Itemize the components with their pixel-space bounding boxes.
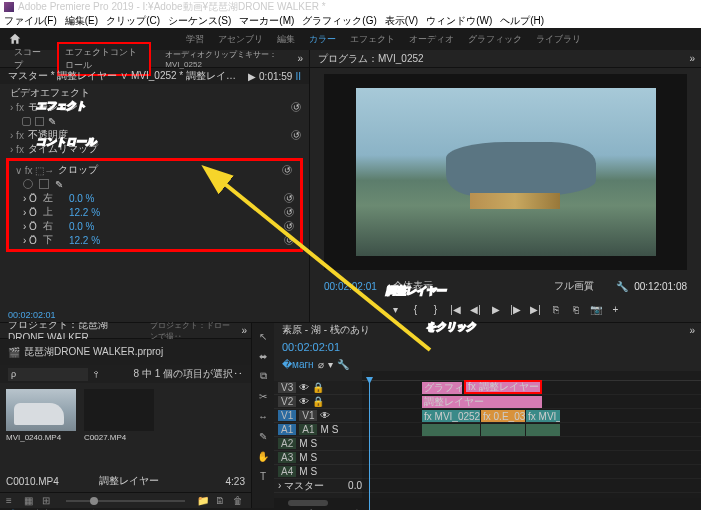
bin-item-name[interactable]: 調整レイヤー [99,474,159,488]
program-tc-in[interactable]: 00:02:02:01 [324,281,377,292]
ws-graphics[interactable]: グラフィック [468,33,522,46]
pen-mask-icon[interactable]: ✎ [55,179,63,190]
clip-audio[interactable] [481,424,525,436]
ws-audio[interactable]: オーディオ [409,33,454,46]
menu-clip[interactable]: クリップ(C) [106,14,160,28]
razor-tool-icon[interactable]: ✂ [256,389,270,403]
ws-color[interactable]: カラー [309,33,336,46]
list-view-icon[interactable]: ≡ [6,495,18,507]
clip-audio[interactable] [526,424,560,436]
track-header-a3[interactable]: A3MS [274,451,362,465]
reset-icon[interactable]: ↺ [284,235,294,245]
track-header-v3[interactable]: V3👁🔒 [274,381,362,395]
project-search-input[interactable] [8,368,88,381]
go-in-icon[interactable]: |◀ [449,302,463,316]
fit-dropdown[interactable]: 全体表示 [393,279,433,293]
panel-menu-icon[interactable]: » [689,53,695,64]
reset-icon[interactable]: ↺ [282,165,292,175]
menu-graphic[interactable]: グラフィック(G) [302,14,376,28]
ws-assembly[interactable]: アセンブリ [218,33,263,46]
menu-view[interactable]: 表示(V) [385,14,418,28]
playhead[interactable] [369,381,370,510]
menu-window[interactable]: ウィンドウ(W) [426,14,492,28]
crop-top[interactable]: › Ö上12.2 %↺ [9,205,300,219]
settings-icon[interactable]: 🔧 [337,359,349,370]
button-editor-icon[interactable]: + [609,302,623,316]
pen-tool-icon[interactable]: ✎ [256,429,270,443]
ec-opacity[interactable]: › fx不透明度↺ [0,128,309,142]
menu-marker[interactable]: マーカー(M) [239,14,294,28]
filter-icon[interactable]: ⫯ [94,369,99,380]
reset-icon[interactable]: ↺ [284,221,294,231]
video-preview[interactable] [324,74,687,270]
tab-audio-clip-mixer[interactable]: オーディオクリップミキサー：MVI_0252 [159,47,289,71]
wrench-icon[interactable]: 🔧 [616,281,628,292]
quality-dropdown[interactable]: フル画質 [554,279,594,293]
mark-in-icon[interactable]: { [409,302,423,316]
ws-edit[interactable]: 編集 [277,33,295,46]
pen-mask-icon[interactable]: ✎ [48,116,56,127]
freeform-view-icon[interactable]: ⊞ [42,495,54,507]
reset-icon[interactable]: ↺ [284,193,294,203]
menu-edit[interactable]: 編集(E) [65,14,98,28]
type-tool-icon[interactable]: T [256,469,270,483]
bin-item-name[interactable]: C0010.MP4 [6,476,59,487]
clip-audio[interactable] [422,424,480,436]
clip-video[interactable]: fx MVI_0252.MP4 [V] [422,410,480,422]
export-frame-icon[interactable]: 📷 [589,302,603,316]
icon-view-icon[interactable]: ▦ [24,495,36,507]
reset-icon[interactable]: ↺ [291,102,301,112]
ec-timecode[interactable]: 00:02:02:01 [8,310,56,320]
clip-graphic[interactable]: グラフィック [422,382,462,394]
track-header-a4[interactable]: A4MS [274,465,362,479]
ec-crop[interactable]: ∨ fx ⬚→クロップ↺ [9,163,300,177]
linked-selection-icon[interactable]: ⌀ [318,359,324,370]
ellipse-mask-icon[interactable] [23,179,33,189]
bin-item[interactable]: C0027.MP4 [84,389,154,442]
sequence-tab[interactable]: 素原 - 湖 - 桟のあり [282,323,370,337]
crop-right[interactable]: › Ö右0.0 %↺ [9,219,300,233]
track-header-v1[interactable]: V1V1👁 [274,409,362,423]
clip-video[interactable]: fx 0.E_0388.MP [481,410,525,422]
play-icon[interactable]: ▶ [489,302,503,316]
slip-tool-icon[interactable]: ↔ [256,409,270,423]
mark-out-icon[interactable]: } [429,302,443,316]
project-bins[interactable]: MVI_0240.MP4 C0027.MP4 [0,383,251,470]
rect-mask-icon[interactable] [39,179,49,189]
clip-video[interactable]: fx MVI_0253.MP [526,410,560,422]
marker-add-icon[interactable]: ▾ [389,302,403,316]
snap-icon[interactable]: �магн [282,359,314,370]
clip-adjustment-layer-2[interactable]: 調整レイヤー [422,396,542,408]
ws-library[interactable]: ライブラリ [536,33,581,46]
track-area[interactable]: グラフィック fx 調整レイヤー 調整レイヤー fx MVI_0252.MP4 … [362,381,701,498]
reset-icon[interactable]: ↺ [291,130,301,140]
crop-left[interactable]: › Ö左0.0 %↺ [9,191,300,205]
panel-menu-icon[interactable]: » [689,325,695,336]
menu-help[interactable]: ヘルプ(H) [500,14,544,28]
step-fwd-icon[interactable]: |▶ [509,302,523,316]
menu-bar[interactable]: ファイル(F) 編集(E) クリップ(C) シーケンス(S) マーカー(M) グ… [0,14,701,28]
ec-motion-masks[interactable]: ✎ [0,114,309,128]
new-item-icon[interactable]: 🗎 [215,495,227,507]
extract-icon[interactable]: ⎗ [569,302,583,316]
bin-item[interactable]: MVI_0240.MP4 [6,389,76,442]
ellipse-mask-icon[interactable] [22,117,31,126]
ripple-tool-icon[interactable]: ⧉ [256,369,270,383]
track-select-tool-icon[interactable]: ⬌ [256,349,270,363]
ec-motion[interactable]: › fxモーション↺ [0,100,309,114]
panel-menu-icon[interactable]: » [241,325,247,336]
track-header-master[interactable]: ›マスター0.0 [274,479,362,493]
hand-tool-icon[interactable]: ✋ [256,449,270,463]
timeline-scrollbar[interactable] [274,498,701,508]
reset-icon[interactable]: ↺ [284,207,294,217]
menu-sequence[interactable]: シーケンス(S) [168,14,231,28]
track-header-a1[interactable]: A1A1MS [274,423,362,437]
clip-adjustment-layer[interactable]: fx 調整レイヤー [464,380,542,394]
rect-mask-icon[interactable] [35,117,44,126]
timeline-tc[interactable]: 00:02:02:01 [282,341,340,353]
track-header-a2[interactable]: A2MS [274,437,362,451]
panel-menu-icon[interactable]: » [297,53,303,64]
marker-icon[interactable]: ▾ [328,359,333,370]
program-tab[interactable]: プログラム：MVI_0252» [310,50,701,68]
trash-icon[interactable]: 🗑 [233,495,245,507]
